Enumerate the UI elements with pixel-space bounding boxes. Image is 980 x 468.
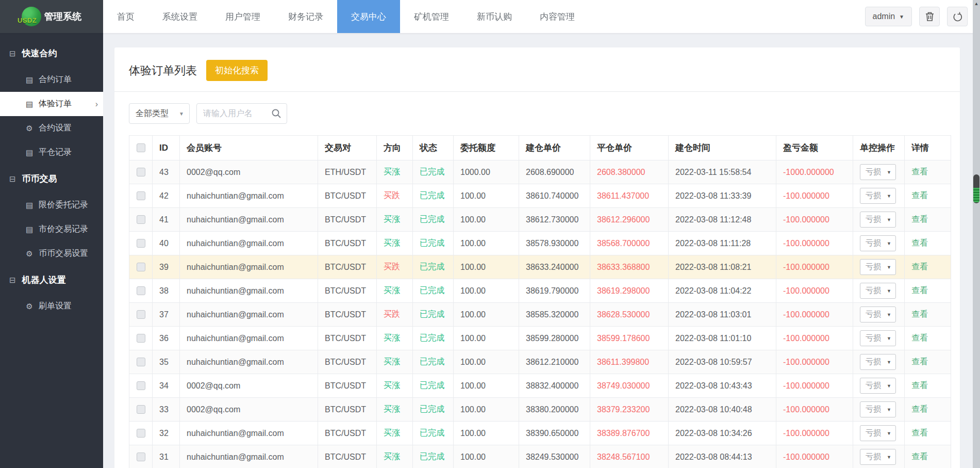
cell-pnl: -100.000000: [776, 350, 853, 374]
sidebar-section-items: ▤ 限价委托记录 › ▤ 市价交易记录 › ⚙ 币币交易设置 ›: [0, 193, 103, 266]
scrollbar-thumb[interactable]: [973, 174, 979, 203]
control-select[interactable]: 亏损 ▼: [860, 401, 896, 417]
control-select[interactable]: 亏损 ▼: [860, 235, 896, 251]
cell-pnl: -100.000000: [776, 327, 853, 350]
row-checkbox[interactable]: [137, 381, 145, 390]
chevron-down-icon: ▼: [887, 407, 891, 412]
top-nav-item[interactable]: 用户管理: [211, 0, 274, 33]
control-select[interactable]: 亏损 ▼: [860, 164, 896, 180]
view-detail-link[interactable]: 查看: [911, 215, 928, 223]
cell-close-price: 38248.567100: [590, 445, 669, 468]
cell-open-time: 2022-03-08 10:40:48: [669, 398, 776, 422]
row-checkbox[interactable]: [137, 191, 145, 200]
view-detail-link[interactable]: 查看: [911, 357, 928, 366]
top-nav-item[interactable]: 新币认购: [463, 0, 526, 33]
cell-open-price: 38249.530000: [519, 445, 590, 468]
view-detail-link[interactable]: 查看: [911, 452, 928, 461]
cell-direction: 买涨: [377, 398, 413, 422]
cell-close-price: 38611.437000: [590, 184, 669, 208]
control-select[interactable]: 亏损 ▼: [860, 425, 896, 441]
sidebar-section-title[interactable]: ⊟ 机器人设置: [0, 266, 103, 294]
cell-open-price: 38578.930000: [519, 232, 590, 255]
sidebar-section-title[interactable]: ⊟ 快速合约: [0, 39, 103, 68]
view-detail-link[interactable]: 查看: [911, 262, 928, 271]
table-body: 43 0002@qq.com ETH/USDT 买涨 已完成 1000.00 2…: [129, 160, 951, 468]
user-menu-button[interactable]: admin ▼: [865, 7, 912, 26]
sidebar-item[interactable]: ▤ 体验订单 ›: [0, 92, 103, 116]
top-nav-item[interactable]: 矿机管理: [400, 0, 463, 33]
control-select[interactable]: 亏损 ▼: [860, 188, 896, 204]
top-nav: 首页 系统设置 用户管理 财务记录 交易中心 矿机管理 新币认购 内容管理: [103, 0, 589, 33]
row-checkbox[interactable]: [137, 453, 145, 461]
row-checkbox[interactable]: [137, 334, 145, 343]
cell-account: nuhaichuntian@gmail.com: [180, 208, 318, 232]
user-name: admin: [873, 12, 895, 21]
top-nav-item[interactable]: 财务记录: [274, 0, 337, 33]
row-checkbox[interactable]: [137, 429, 145, 438]
sidebar-item[interactable]: ▤ 市价交易记录 ›: [0, 217, 103, 241]
control-select[interactable]: 亏损 ▼: [860, 283, 896, 299]
control-select-value: 亏损: [866, 238, 881, 248]
logout-button[interactable]: [947, 7, 968, 26]
cell-id: 34: [153, 374, 180, 398]
view-detail-link[interactable]: 查看: [911, 405, 928, 413]
control-select-value: 亏损: [866, 310, 881, 319]
cell-open-price: 38832.400000: [519, 374, 590, 398]
page-scrollbar[interactable]: ▲: [973, 0, 980, 468]
view-detail-link[interactable]: 查看: [911, 381, 928, 390]
control-select[interactable]: 亏损 ▼: [860, 330, 896, 346]
cell-pair: BTC/USDT: [318, 445, 377, 468]
sidebar-item[interactable]: ▤ 限价委托记录 ›: [0, 193, 103, 217]
select-all-checkbox[interactable]: [137, 143, 145, 152]
view-detail-link[interactable]: 查看: [911, 428, 928, 437]
top-nav-item[interactable]: 交易中心: [337, 0, 400, 33]
top-nav-item[interactable]: 内容管理: [526, 0, 589, 33]
top-nav-item-label: 系统设置: [162, 11, 197, 23]
control-select-value: 亏损: [866, 381, 881, 391]
type-select[interactable]: 全部类型 ▼: [129, 103, 190, 124]
sidebar-item[interactable]: ⚙ 合约设置 ›: [0, 116, 103, 140]
cell-close-price: 38628.530000: [590, 303, 669, 327]
row-checkbox[interactable]: [137, 215, 145, 224]
row-checkbox[interactable]: [137, 405, 145, 414]
control-select-value: 亏损: [866, 428, 881, 438]
sidebar-item[interactable]: ⚙ 币币交易设置 ›: [0, 241, 103, 266]
sidebar-section-items: ⚙ 刷单设置 ›: [0, 294, 103, 318]
trash-button[interactable]: [919, 7, 940, 26]
app-title: 管理系统: [44, 10, 81, 23]
row-checkbox[interactable]: [137, 168, 145, 176]
control-select[interactable]: 亏损 ▼: [860, 306, 896, 322]
row-checkbox[interactable]: [137, 310, 145, 319]
control-select[interactable]: 亏损 ▼: [860, 449, 896, 465]
view-detail-link[interactable]: 查看: [911, 191, 928, 200]
row-checkbox[interactable]: [137, 358, 145, 366]
search-icon[interactable]: [271, 108, 281, 119]
control-select[interactable]: 亏损 ▼: [860, 378, 896, 394]
row-checkbox[interactable]: [137, 263, 145, 271]
cell-pnl: -1000.000000: [776, 160, 853, 184]
view-detail-link[interactable]: 查看: [911, 333, 928, 342]
sidebar-item[interactable]: ▤ 平仓记录 ›: [0, 140, 103, 165]
row-checkbox[interactable]: [137, 286, 145, 295]
cell-amount: 100.00: [454, 422, 519, 445]
row-checkbox[interactable]: [137, 239, 145, 248]
control-select[interactable]: 亏损 ▼: [860, 259, 896, 275]
view-detail-link[interactable]: 查看: [911, 167, 928, 176]
view-detail-link[interactable]: 查看: [911, 310, 928, 318]
scroll-up-arrow-icon[interactable]: ▲: [973, 1, 980, 6]
sidebar-section-label: 机器人设置: [22, 274, 66, 286]
top-nav-item[interactable]: 系统设置: [148, 0, 211, 33]
sidebar-item[interactable]: ⚙ 刷单设置 ›: [0, 294, 103, 318]
sidebar-item[interactable]: ▤ 合约订单 ›: [0, 68, 103, 92]
view-detail-link[interactable]: 查看: [911, 286, 928, 295]
table-row: 38 nuhaichuntian@gmail.com BTC/USDT 买涨 已…: [129, 279, 951, 303]
username-search: [196, 103, 287, 124]
control-select[interactable]: 亏损 ▼: [860, 212, 896, 228]
view-detail-link[interactable]: 查看: [911, 238, 928, 247]
top-nav-item-label: 内容管理: [540, 11, 575, 23]
table-row: 43 0002@qq.com ETH/USDT 买涨 已完成 1000.00 2…: [129, 160, 951, 184]
sidebar-section-title[interactable]: ⊟ 币币交易: [0, 165, 103, 193]
control-select[interactable]: 亏损 ▼: [860, 354, 896, 370]
reset-search-button[interactable]: 初始化搜索: [206, 60, 268, 81]
top-nav-item[interactable]: 首页: [103, 0, 148, 33]
